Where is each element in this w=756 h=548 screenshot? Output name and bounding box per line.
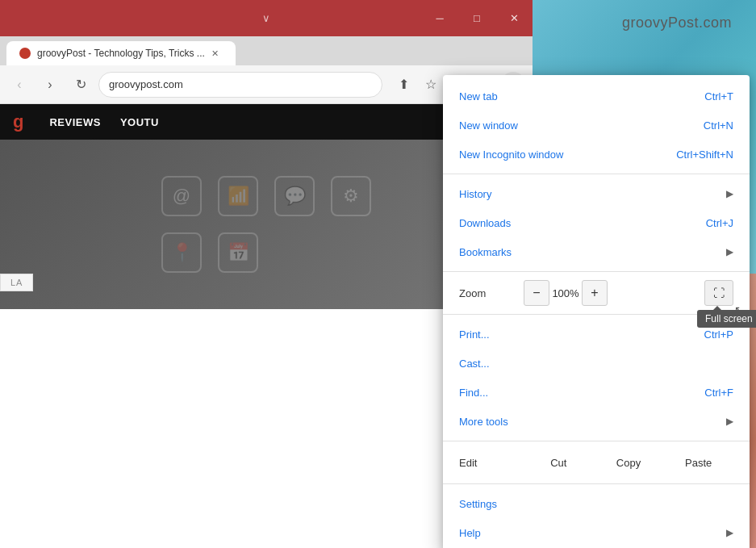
hero-icon-calendar: 📅 xyxy=(218,232,258,273)
chrome-menu: New tab Ctrl+T New window Ctrl+N New Inc… xyxy=(443,75,750,548)
edit-row: Edit Cut Copy Paste xyxy=(443,446,750,479)
menu-item-print-shortcut: Ctrl+P xyxy=(704,328,733,341)
copy-button[interactable]: Copy xyxy=(594,450,664,475)
back-button[interactable]: ‹ xyxy=(6,72,32,98)
menu-item-downloads[interactable]: Downloads Ctrl+J xyxy=(443,208,750,237)
menu-item-new-window-shortcut: Ctrl+N xyxy=(704,119,733,132)
menu-item-new-tab-shortcut: Ctrl+T xyxy=(704,90,733,102)
site-watermark: groovyPost.com xyxy=(622,15,732,31)
menu-item-more-tools-label: More tools xyxy=(459,416,720,428)
address-text: groovypost.com xyxy=(109,78,372,90)
share-button[interactable]: ⬆ xyxy=(391,72,416,98)
reload-button[interactable]: ↻ xyxy=(68,72,94,98)
menu-item-help-label: Help xyxy=(459,527,720,539)
la-badge: LA xyxy=(0,274,33,291)
history-arrow-icon: ▶ xyxy=(726,188,733,199)
divider-5 xyxy=(443,483,750,484)
more-tools-arrow-icon: ▶ xyxy=(726,416,733,427)
bookmark-button[interactable]: ☆ xyxy=(418,72,444,98)
divider-4 xyxy=(443,441,750,441)
menu-item-incognito-label: New Incognito window xyxy=(459,149,676,161)
hero-icon-location: 📍 xyxy=(161,232,202,273)
menu-item-print[interactable]: Print... Ctrl+P xyxy=(443,320,750,349)
active-tab[interactable]: groovyPost - Technology Tips, Tricks ...… xyxy=(6,41,236,65)
forward-button[interactable]: › xyxy=(37,72,63,98)
divider-2 xyxy=(443,271,750,272)
menu-item-more-tools[interactable]: More tools ▶ xyxy=(443,407,750,436)
title-bar-chevron: ∨ xyxy=(262,12,270,24)
menu-item-incognito[interactable]: New Incognito window Ctrl+Shift+N xyxy=(443,140,750,169)
nav-item-reviews[interactable]: REVIEWS xyxy=(49,116,100,128)
site-logo: g xyxy=(13,111,23,132)
minimize-button[interactable]: ─ xyxy=(421,0,458,36)
fullscreen-icon: ⛶ xyxy=(713,287,725,299)
menu-item-bookmarks-label: Bookmarks xyxy=(459,246,720,258)
title-bar: ∨ ─ □ ✕ xyxy=(0,0,533,36)
menu-item-help[interactable]: Help ▶ xyxy=(443,518,750,547)
menu-item-find-label: Find... xyxy=(459,387,704,399)
cursor-icon: ↖ xyxy=(734,303,744,316)
hero-icon-wifi: 📶 xyxy=(218,176,258,216)
divider-1 xyxy=(443,174,750,174)
title-bar-controls: ─ □ ✕ xyxy=(421,0,533,36)
help-arrow-icon: ▶ xyxy=(726,527,733,538)
hero-icon-grid: @ 📶 💬 ⚙ 📍 📅 xyxy=(161,176,371,273)
nav-item-youtube[interactable]: YOUTU xyxy=(120,116,159,128)
menu-item-history[interactable]: History ▶ xyxy=(443,179,750,208)
zoom-value: 100% xyxy=(549,287,582,299)
minus-icon: − xyxy=(533,286,540,300)
divider-3 xyxy=(443,314,750,315)
menu-item-new-window-label: New window xyxy=(459,119,704,132)
share-icon: ⬆ xyxy=(399,77,409,92)
address-bar[interactable]: groovypost.com xyxy=(98,72,382,98)
menu-item-new-tab-label: New tab xyxy=(459,90,704,102)
menu-item-history-label: History xyxy=(459,188,720,200)
menu-item-cast-label: Cast... xyxy=(459,358,733,370)
menu-item-new-tab[interactable]: New tab Ctrl+T xyxy=(443,82,750,111)
fullscreen-button[interactable]: ⛶ Full screen ↖ xyxy=(704,280,733,306)
menu-item-settings[interactable]: Settings xyxy=(443,489,750,518)
edit-label: Edit xyxy=(459,457,524,469)
zoom-row: Zoom − 100% + ⛶ Full screen ↖ xyxy=(443,277,750,309)
menu-item-find[interactable]: Find... Ctrl+F xyxy=(443,378,750,407)
menu-item-new-window[interactable]: New window Ctrl+N xyxy=(443,111,750,140)
zoom-in-button[interactable]: + xyxy=(582,280,608,306)
paste-button[interactable]: Paste xyxy=(663,450,733,475)
tab-bar: groovyPost - Technology Tips, Tricks ...… xyxy=(0,36,533,65)
tab-title: groovyPost - Technology Tips, Tricks ... xyxy=(37,48,205,59)
star-icon: ☆ xyxy=(425,77,436,92)
close-button[interactable]: ✕ xyxy=(495,0,533,36)
zoom-label: Zoom xyxy=(459,287,524,299)
tab-favicon xyxy=(19,48,31,59)
hero-icon-email: @ xyxy=(161,176,202,216)
menu-item-incognito-shortcut: Ctrl+Shift+N xyxy=(676,149,733,161)
menu-item-print-label: Print... xyxy=(459,328,704,341)
hero-icon-chat: 💬 xyxy=(274,176,315,216)
zoom-out-button[interactable]: − xyxy=(524,280,549,306)
menu-item-cast[interactable]: Cast... xyxy=(443,349,750,378)
hero-icon-settings: ⚙ xyxy=(331,176,371,216)
bookmarks-arrow-icon: ▶ xyxy=(726,246,733,257)
plus-icon: + xyxy=(591,286,598,300)
menu-item-settings-label: Settings xyxy=(459,498,733,510)
tab-close-button[interactable]: ✕ xyxy=(208,46,223,61)
restore-button[interactable]: □ xyxy=(458,0,495,36)
cut-button[interactable]: Cut xyxy=(524,450,594,475)
zoom-controls: − 100% + xyxy=(524,280,704,306)
menu-item-find-shortcut: Ctrl+F xyxy=(704,387,733,399)
menu-item-downloads-label: Downloads xyxy=(459,217,706,229)
menu-item-bookmarks[interactable]: Bookmarks ▶ xyxy=(443,237,750,266)
menu-item-downloads-shortcut: Ctrl+J xyxy=(706,217,733,229)
